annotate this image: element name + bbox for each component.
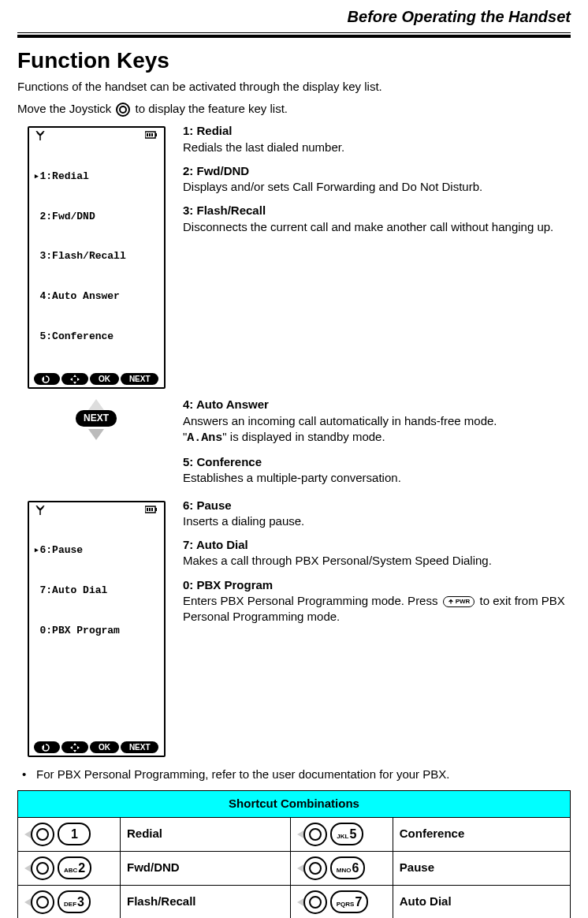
next-badge: NEXT [76,410,117,426]
fkey-desc: Inserts a dialing pause. [183,513,571,529]
fkey-desc: Enters PBX Personal Programming mode. Pr… [183,593,571,625]
keypad-key: DEF3 [58,890,91,914]
table-row: 1RedialJKL5Conference [18,817,571,851]
fkey-label: 6: Pause [183,498,571,513]
keypad-key: 1 [58,823,91,846]
intro-line-1: Functions of the handset can be activate… [17,79,571,95]
lcd-screen-2: 6:Pause 7:Auto Dial 0:PBX Program OK NEX… [28,501,166,757]
chapter-title: Before Operating the Handset [17,6,571,28]
joystick-left-icon [297,890,327,914]
lcd-screen-1: 1:Redial 2:Fwd/DND 3:Flash/Recall 4:Auto… [28,126,166,389]
keypad-key: MNO6 [330,856,366,880]
section-title: Function Keys [17,46,571,76]
softkey-next: NEXT [121,741,159,753]
softkey-ok: OK [90,373,119,385]
lcd1-line: 4:Auto Answer [34,290,159,304]
shortcut-label: Conference [393,817,570,851]
joystick-left-icon [24,890,54,914]
svg-rect-8 [149,508,151,511]
lcd2-line: 6:Pause [34,544,159,558]
softkey-nav-icon [61,373,88,385]
fkey-label: 7: Auto Dial [183,537,571,553]
softkey-ok: OK [90,741,119,753]
fkey-desc: Displays and/or sets Call Forwarding and… [183,179,571,195]
keypad-key: ABC2 [58,856,91,880]
softkey-back-icon [34,741,61,753]
header-rule [17,32,571,38]
softkey-next: NEXT [121,373,159,385]
keypad-key: PQRS7 [330,890,369,914]
fkey-label: 2: Fwd/DND [183,163,571,179]
fkey-desc: Redials the last dialed number. [183,140,571,155]
arrow-down-icon [88,429,104,440]
fkey-label: 1: Redial [183,123,571,139]
svg-rect-4 [151,133,153,136]
joystick-left-icon [24,856,54,880]
page-header: Before Operating the Handset [17,0,571,38]
fkey-desc: Disconnects the current call and make an… [183,219,571,235]
shortcut-label: Redial [121,817,291,851]
table-row: ABC2Fwd/DNDMNO6Pause [18,851,571,885]
table-header: Shortcut Combinations [18,791,571,817]
svg-rect-9 [151,508,153,511]
joystick-left-icon [297,823,327,846]
fkey-label: 3: Flash/Recall [183,203,571,218]
fkey-label: 4: Auto Answer [183,397,571,412]
arrow-up-icon [88,399,104,410]
svg-rect-2 [147,133,148,136]
battery-icon [145,131,158,139]
svg-rect-1 [155,133,157,136]
fkey-label: 0: PBX Program [183,577,571,593]
lcd1-line: 1:Redial [34,170,159,184]
shortcut-table: Shortcut Combinations 1RedialJKL5Confere… [17,790,571,918]
joystick-left-icon [297,856,327,880]
fkey-desc: Establishes a multiple-party conversatio… [183,470,571,486]
joystick-icon [116,103,130,117]
lcd2-line: 0:PBX Program [34,625,159,638]
lcd2-line: 7:Auto Dial [34,584,159,598]
softkey-back-icon [34,373,61,385]
svg-rect-3 [149,133,151,136]
shortcut-label: Pause [393,851,570,885]
svg-rect-7 [147,508,148,511]
lcd1-line: 3:Flash/Recall [34,250,159,263]
power-button-icon: PWR [443,596,475,608]
antenna-icon [35,131,45,140]
lcd1-line: 2:Fwd/DND [34,211,159,224]
svg-rect-6 [155,508,157,511]
fkey-desc: Answers an incoming call automatically i… [183,413,571,447]
fkey-label: 5: Conference [183,454,571,470]
shortcut-label: Auto Dial [393,885,570,918]
shortcut-label: Fwd/DND [121,851,291,885]
lcd1-line: 5:Conference [34,330,159,344]
fkey-desc: Makes a call through PBX Personal/System… [183,553,571,569]
softkey-nav-icon [61,741,88,753]
note-item: For PBX Personal Programming, refer to t… [17,767,571,782]
keypad-key: JKL5 [330,823,363,846]
battery-icon [145,506,158,513]
table-row: DEF3Flash/RecallPQRS7Auto Dial [18,885,571,918]
antenna-icon [35,506,45,515]
shortcut-label: Flash/Recall [121,885,291,918]
joystick-left-icon [24,823,54,846]
intro-line-2: Move the Joystick to display the feature… [17,101,571,117]
